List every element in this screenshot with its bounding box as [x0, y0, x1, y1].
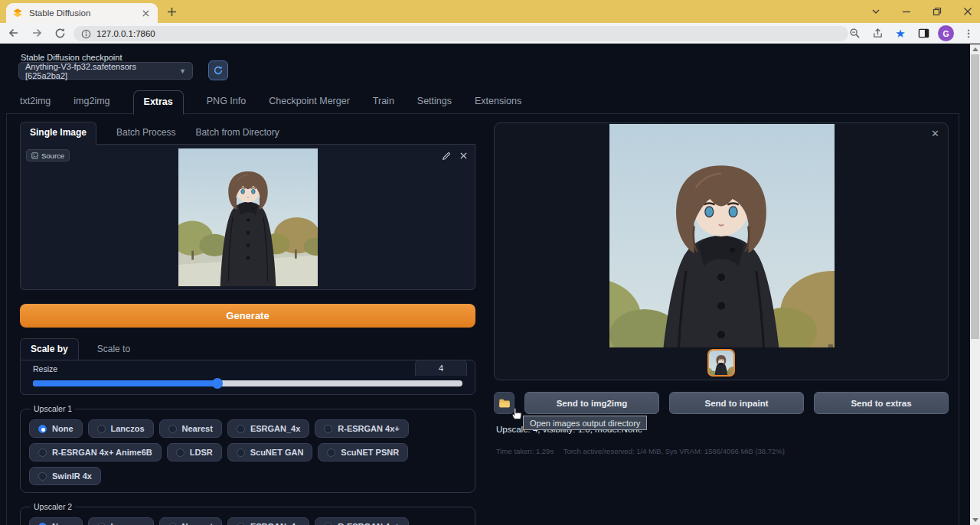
radio-icon: [176, 448, 185, 457]
side-panel-icon[interactable]: [915, 25, 932, 42]
performance-text: Time taken: 1.29s Torch active/reserved:…: [496, 447, 792, 455]
generate-button[interactable]: Generate: [20, 304, 475, 328]
close-result-icon[interactable]: ✕: [931, 129, 939, 139]
gradio-favicon-icon: [12, 8, 23, 18]
upscaler1-option-resrgan4x[interactable]: R-ESRGAN 4x+: [315, 419, 408, 438]
tab-extensions[interactable]: Extensions: [475, 96, 521, 114]
tab-single-image[interactable]: Single Image: [20, 122, 96, 145]
scale-by-panel: Resize 4: [20, 360, 475, 395]
tab-title: Stable Diffusion: [29, 8, 139, 18]
kebab-menu-icon[interactable]: ⋮: [960, 25, 977, 42]
stable-diffusion-app: Stable Diffusion checkpoint Anything-V3-…: [0, 44, 970, 525]
upscaler1-option-ldsr[interactable]: LDSR: [167, 443, 222, 461]
upscaler2-group: Upscaler 2 None Lanczos Nearest ESRGAN_4…: [20, 502, 475, 525]
upscaler1-option-lanczos[interactable]: Lanczos: [88, 419, 154, 438]
reload-icon[interactable]: [51, 24, 69, 41]
tab-extras[interactable]: Extras: [133, 90, 184, 115]
avatar[interactable]: G: [938, 25, 954, 41]
chevron-down-icon[interactable]: [870, 5, 882, 18]
upscaler1-option-none[interactable]: None: [29, 419, 83, 438]
chevron-down-icon: ▼: [179, 67, 186, 75]
source-image-dropzone[interactable]: Source: [20, 145, 475, 290]
extras-sub-tabs: Single Image Batch Process Batch from Di…: [20, 122, 475, 145]
back-icon[interactable]: [5, 24, 23, 41]
upscaler1-option-nearest[interactable]: Nearest: [159, 419, 222, 438]
tab-batch-from-directory[interactable]: Batch from Directory: [195, 127, 279, 144]
upscaler1-option-resrgan-anime6b[interactable]: R-ESRGAN 4x+ Anime6B: [29, 443, 162, 461]
time-taken-text: Time taken: 1.29s: [496, 447, 554, 455]
minimize-icon[interactable]: [900, 5, 913, 18]
share-icon[interactable]: [869, 25, 886, 42]
upscaler2-option-nearest[interactable]: Nearest: [159, 517, 222, 525]
result-image[interactable]: [609, 124, 835, 347]
clear-image-icon[interactable]: [458, 150, 469, 161]
checkpoint-label: Stable Diffusion checkpoint: [21, 53, 122, 62]
tab-batch-process[interactable]: Batch Process: [116, 127, 175, 144]
tab-img2img[interactable]: img2img: [74, 96, 109, 114]
upscaler1-option-scunet-psnr[interactable]: ScuNET PSNR: [318, 443, 408, 461]
radio-icon: [38, 425, 47, 433]
radio-icon: [38, 523, 47, 525]
radio-icon: [97, 523, 106, 525]
scroll-up-icon[interactable]: [972, 47, 978, 51]
upscaler2-option-esrgan4x[interactable]: ESRGAN_4x: [227, 517, 309, 525]
scrollbar-thumb[interactable]: [971, 54, 979, 339]
vertical-scrollbar[interactable]: [970, 44, 980, 525]
close-window-icon[interactable]: [962, 5, 974, 18]
folder-tooltip: Open images output directory: [523, 416, 647, 430]
radio-icon: [324, 523, 332, 525]
tab-close-icon[interactable]: [139, 7, 152, 19]
source-image: [178, 148, 318, 286]
tab-train[interactable]: Train: [373, 96, 394, 114]
upscaler2-option-lanczos[interactable]: Lanczos: [88, 517, 154, 525]
upscaler1-group: Upscaler 1 None Lanczos Nearest ESRGAN_4…: [20, 404, 475, 493]
slider-fill: [33, 380, 217, 386]
result-thumbnail[interactable]: [707, 349, 735, 377]
source-label: Source: [41, 152, 64, 160]
radio-icon: [237, 523, 245, 525]
radio-icon: [168, 425, 177, 433]
send-to-inpaint-button[interactable]: Send to inpaint: [669, 392, 804, 414]
url-bar[interactable]: 127.0.0.1:7860: [74, 26, 848, 41]
new-tab-button[interactable]: [165, 5, 178, 18]
upscaler2-label: Upscaler 2: [31, 502, 75, 511]
upscaler1-option-scunet-gan[interactable]: ScuNET GAN: [227, 443, 313, 461]
radio-icon: [97, 425, 106, 433]
send-to-extras-button[interactable]: Send to extras: [814, 392, 949, 414]
upscaler1-option-esrgan4x[interactable]: ESRGAN_4x: [227, 419, 309, 438]
resize-value-input[interactable]: 4: [415, 360, 467, 376]
forward-icon[interactable]: [28, 24, 46, 41]
open-folder-button[interactable]: [494, 392, 514, 414]
tab-scale-to[interactable]: Scale to: [97, 344, 130, 360]
zoom-icon[interactable]: [846, 25, 863, 42]
refresh-checkpoint-button[interactable]: [208, 60, 228, 80]
resize-slider[interactable]: [33, 380, 462, 386]
upscaler2-option-none[interactable]: None: [29, 517, 83, 525]
checkpoint-dropdown[interactable]: Anything-V3-fp32.safetensors [625a2ba2] …: [18, 62, 193, 80]
send-buttons-row: Send to img2img Send to inpaint Send to …: [494, 392, 949, 414]
main-tabs: txt2img img2img Extras PNG Info Checkpoi…: [20, 86, 521, 114]
tab-settings[interactable]: Settings: [417, 96, 452, 114]
send-to-img2img-button[interactable]: Send to img2img: [524, 392, 659, 414]
browser-titlebar: Stable Diffusion: [0, 0, 980, 23]
upscaler1-option-swinir4x[interactable]: SwinIR 4x: [29, 467, 101, 485]
radio-icon: [168, 523, 177, 525]
upscaler2-option-resrgan4x[interactable]: R-ESRGAN 4x+: [315, 517, 408, 525]
site-info-icon[interactable]: [81, 29, 91, 39]
slider-handle[interactable]: [212, 378, 223, 389]
scale-mode-tabs: Scale by Scale to: [20, 339, 475, 360]
browser-tab[interactable]: Stable Diffusion: [6, 3, 158, 23]
tab-checkpoint-merger[interactable]: Checkpoint Merger: [269, 96, 350, 114]
output-panel: ✕ Send to img2img Send to inpaint Send t…: [494, 122, 949, 380]
tab-png-info[interactable]: PNG Info: [207, 96, 246, 114]
tab-txt2img[interactable]: txt2img: [20, 96, 51, 114]
source-label-chip: Source: [26, 149, 70, 161]
extras-left-panel: Single Image Batch Process Batch from Di…: [20, 122, 475, 525]
tab-scale-by[interactable]: Scale by: [20, 338, 79, 360]
radio-icon: [38, 472, 47, 481]
scroll-down-icon[interactable]: [972, 518, 978, 522]
bookmark-star-icon[interactable]: ★: [892, 25, 909, 42]
restore-icon[interactable]: [931, 5, 943, 18]
edit-image-icon[interactable]: [440, 150, 452, 161]
result-image-panel: ✕: [494, 122, 949, 380]
